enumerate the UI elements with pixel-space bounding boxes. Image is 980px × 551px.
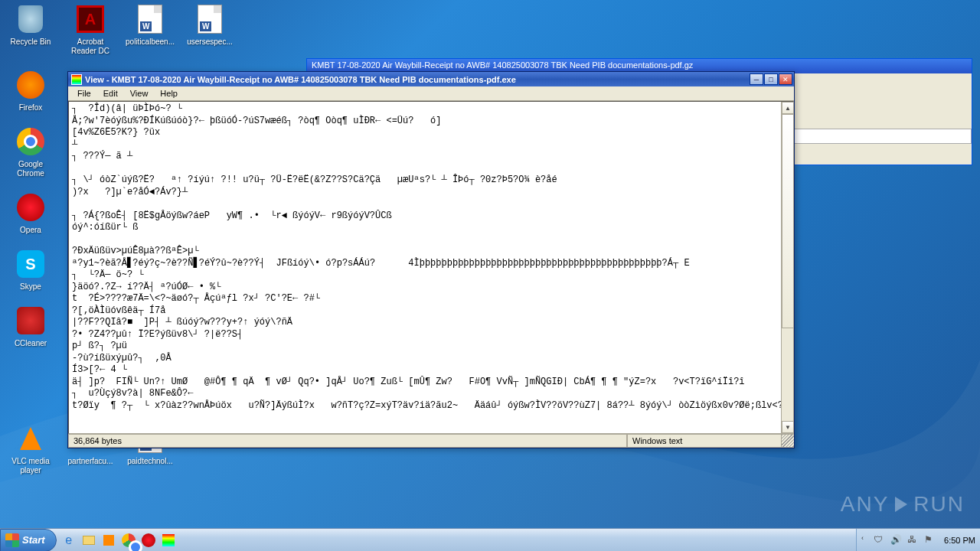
- close-button[interactable]: ✕: [779, 73, 792, 85]
- titlebar[interactable]: View - KMBT 17-08-2020 Air Waybill-Recei…: [68, 72, 794, 86]
- status-mode: Windows text: [627, 435, 782, 448]
- menu-view[interactable]: View: [124, 87, 155, 99]
- ql-app[interactable]: [159, 531, 178, 549]
- scroll-down-button[interactable]: ▼: [782, 421, 794, 433]
- status-bytes: 36,864 bytes: [68, 435, 627, 448]
- app-icon: [162, 534, 175, 546]
- menu-file[interactable]: File: [71, 87, 97, 99]
- menu-edit[interactable]: Edit: [97, 87, 124, 99]
- content-area: ┐ ?Îd)(â| üÞÌÞó~? └ Å;?w'7èóýßu%?ÐÍKúßúó…: [68, 101, 794, 434]
- text-view[interactable]: ┐ ?Îd)(â| üÞÌÞó~? └ Å;?w'7èóýßu%?ÐÍKúßúó…: [69, 102, 781, 433]
- menubar: File Edit View Help: [68, 86, 794, 101]
- pdf-icon: [77, 5, 104, 33]
- resize-grip[interactable]: [782, 435, 794, 448]
- watermark-arrow-icon: [895, 497, 907, 512]
- media-icon: [103, 535, 114, 546]
- chrome-icon: [122, 533, 136, 547]
- window-title: View - KMBT 17-08-2020 Air Waybill-Recei…: [85, 75, 750, 84]
- ccleaner-icon: [17, 307, 44, 334]
- icon-label: Recycle Bin: [11, 37, 51, 47]
- vlc-icon: [20, 427, 41, 450]
- doc-politicalbeen[interactable]: politicalbeen...: [123, 4, 177, 56]
- icon-label: Acrobat Reader DC: [64, 37, 116, 56]
- app-icon: [71, 74, 82, 85]
- icon-label: Opera: [20, 226, 41, 235]
- firefox-icon: [17, 71, 44, 99]
- icon-label: Firefox: [19, 103, 43, 112]
- opera[interactable]: Opera: [4, 192, 57, 235]
- icon-label: usersespec...: [187, 37, 232, 47]
- start-label: Start: [22, 534, 45, 546]
- chrome-icon: [17, 128, 44, 155]
- icon-label: VLC media player: [5, 457, 57, 475]
- recycle-bin[interactable]: Recycle Bin: [4, 4, 57, 56]
- doc-usersespec[interactable]: usersespec...: [183, 4, 237, 56]
- ccleaner[interactable]: CCleaner: [4, 305, 57, 348]
- taskbar: Start e ‹ 🛡 🔊 🖧 ⚑ 6:50 PM: [0, 528, 980, 551]
- icon-label: Skype: [20, 282, 41, 292]
- ql-ie[interactable]: e: [60, 531, 78, 549]
- ie-icon: e: [65, 533, 72, 547]
- bin-icon: [18, 5, 43, 33]
- word-icon: [138, 5, 162, 34]
- acrobat-reader[interactable]: Acrobat Reader DC: [64, 4, 117, 56]
- bg-window-title: KMBT 17-08-2020 Air Waybill-Receipt no A…: [312, 60, 693, 70]
- viewer-window: View - KMBT 17-08-2020 Air Waybill-Recei…: [67, 71, 795, 448]
- chrome[interactable]: Google Chrome: [4, 126, 57, 178]
- word-icon: [198, 5, 222, 34]
- folder-icon: [83, 536, 95, 545]
- firefox[interactable]: Firefox: [4, 70, 57, 112]
- scroll-thumb[interactable]: [782, 114, 794, 328]
- ql-chrome[interactable]: [119, 531, 138, 549]
- vertical-scrollbar[interactable]: ▲ ▼: [781, 102, 793, 433]
- minimize-button[interactable]: ─: [750, 73, 763, 85]
- icon-label: paidtechnol...: [127, 457, 173, 466]
- icon-label: CCleaner: [15, 339, 47, 348]
- ql-explorer[interactable]: [80, 531, 98, 549]
- windows-logo-icon: [5, 533, 19, 547]
- tray-volume-icon[interactable]: 🔊: [890, 534, 903, 546]
- ql-media[interactable]: [100, 531, 118, 549]
- start-button[interactable]: Start: [0, 529, 57, 552]
- skype-icon: S: [17, 250, 44, 278]
- tray-network-icon[interactable]: 🖧: [907, 534, 920, 546]
- system-tray: ‹ 🛡 🔊 🖧 ⚑ 6:50 PM: [856, 529, 980, 552]
- watermark-a: ANY: [841, 492, 890, 517]
- opera-icon: [142, 533, 155, 547]
- menu-help[interactable]: Help: [154, 87, 184, 99]
- statusbar: 36,864 bytes Windows text: [68, 434, 794, 448]
- icon-label: partnerfacu...: [68, 457, 113, 466]
- watermark: ANY RUN: [841, 492, 965, 517]
- icon-label: Google Chrome: [5, 160, 57, 178]
- clock[interactable]: 6:50 PM: [944, 536, 975, 545]
- icon-label: politicalbeen...: [126, 37, 175, 47]
- tray-flag-icon[interactable]: ⚑: [924, 534, 936, 546]
- skype[interactable]: S Skype: [4, 249, 57, 292]
- maximize-button[interactable]: □: [764, 73, 778, 85]
- opera-icon: [17, 194, 44, 221]
- tray-security-icon[interactable]: 🛡: [874, 534, 886, 546]
- scroll-up-button[interactable]: ▲: [782, 102, 794, 114]
- watermark-b: RUN: [913, 492, 965, 517]
- vlc[interactable]: VLC media player: [4, 423, 57, 475]
- quick-launch: e: [60, 531, 178, 549]
- tray-expand-icon[interactable]: ‹: [861, 534, 869, 546]
